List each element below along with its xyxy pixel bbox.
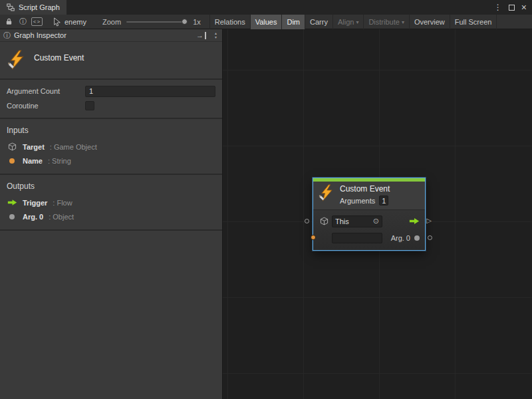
divider bbox=[0, 229, 222, 231]
zoom-label: Zoom bbox=[102, 18, 121, 26]
graph-target-label: enemy bbox=[65, 18, 86, 26]
port-name: Target bbox=[23, 143, 45, 151]
object-port-icon bbox=[7, 214, 17, 219]
event-fields: Argument Count Coroutine bbox=[0, 80, 222, 118]
port-name: Trigger bbox=[23, 199, 47, 207]
node-body: This ⊙ ▷ Arg. 0 bbox=[313, 210, 425, 250]
game-object-cube-icon bbox=[319, 217, 329, 225]
pointer-icon bbox=[53, 17, 61, 27]
inputs-title: Inputs bbox=[0, 122, 222, 140]
carry-button[interactable]: Carry bbox=[305, 15, 332, 29]
value-input-port[interactable] bbox=[305, 219, 309, 223]
scroll-down-icon[interactable]: ▼ bbox=[214, 36, 217, 39]
argument-count-row: Argument Count bbox=[0, 84, 222, 98]
inspector-header: ⓘ Graph Inspector → ▲ ▼ bbox=[0, 29, 222, 42]
fullscreen-button[interactable]: Full Screen bbox=[450, 15, 497, 29]
window-titlebar: Script Graph ⋮ × bbox=[0, 0, 532, 15]
arguments-count-field[interactable]: 1 bbox=[379, 196, 388, 205]
object-picker-icon[interactable]: ⊙ bbox=[373, 217, 379, 225]
overview-button[interactable]: Overview bbox=[409, 15, 450, 29]
node-title: Custom Event bbox=[340, 184, 390, 194]
window-menu-icon[interactable]: ⋮ bbox=[494, 3, 502, 12]
chevron-down-icon: ▾ bbox=[402, 19, 404, 25]
scroll-up-icon[interactable]: ▲ bbox=[214, 32, 217, 35]
zoom-value: 1x bbox=[193, 18, 201, 26]
graph-toolbar: ⓘ <> enemy Zoom 1x Relations Values Dim … bbox=[0, 15, 532, 29]
game-object-cube-icon bbox=[7, 142, 17, 151]
code-button[interactable]: <> bbox=[30, 15, 44, 29]
port-type: : Flow bbox=[53, 199, 72, 207]
toolbar-buttons: Relations Values Dim Carry Align ▾ Distr… bbox=[209, 15, 497, 29]
coroutine-label: Coroutine bbox=[7, 102, 85, 110]
target-dropdown-value: This bbox=[335, 217, 349, 225]
tab-script-graph[interactable]: Script Graph bbox=[0, 0, 66, 15]
code-icon: <> bbox=[31, 17, 43, 26]
arg0-label: Arg. 0 bbox=[391, 234, 410, 242]
port-row-trigger: Trigger : Flow bbox=[0, 196, 222, 209]
coroutine-checkbox[interactable] bbox=[85, 101, 94, 110]
maximize-icon[interactable] bbox=[509, 5, 515, 11]
script-graph-icon bbox=[7, 3, 15, 11]
outputs-section: Outputs Trigger : Flow Arg. 0 : Object bbox=[0, 175, 222, 229]
graph-target[interactable]: enemy bbox=[53, 17, 86, 27]
info-icon: ⓘ bbox=[19, 17, 27, 27]
argument-count-input[interactable] bbox=[85, 86, 215, 97]
custom-event-icon bbox=[318, 184, 335, 201]
relations-button[interactable]: Relations bbox=[209, 15, 250, 29]
port-row-target: Target : Game Object bbox=[0, 140, 222, 154]
zoom-slider[interactable] bbox=[126, 21, 188, 23]
custom-event-icon bbox=[7, 50, 27, 70]
port-type: : Game Object bbox=[50, 143, 97, 151]
lock-button[interactable] bbox=[2, 15, 16, 29]
flow-arrow-icon bbox=[7, 199, 17, 206]
port-row-name: Name : String bbox=[0, 154, 222, 168]
outputs-title: Outputs bbox=[0, 178, 222, 196]
event-title: Custom Event bbox=[34, 50, 84, 63]
zoom-slider-handle[interactable] bbox=[182, 19, 188, 25]
arguments-label: Arguments bbox=[340, 197, 375, 205]
align-label: Align bbox=[338, 18, 354, 26]
node-row-arg0: Arg. 0 bbox=[319, 231, 420, 245]
scroll-arrows[interactable]: ▲ ▼ bbox=[214, 32, 217, 39]
dim-button[interactable]: Dim bbox=[281, 15, 305, 29]
arg0-output-port[interactable] bbox=[428, 235, 432, 240]
distribute-label: Distribute bbox=[368, 18, 399, 26]
coroutine-row: Coroutine bbox=[0, 98, 222, 113]
info-button[interactable]: ⓘ bbox=[16, 15, 30, 29]
distribute-button[interactable]: Distribute ▾ bbox=[363, 15, 408, 29]
port-type: : Object bbox=[49, 213, 74, 221]
info-icon: ⓘ bbox=[3, 31, 11, 41]
window-controls: ⋮ × bbox=[494, 0, 532, 15]
event-header: Custom Event bbox=[0, 42, 222, 78]
align-button[interactable]: Align ▾ bbox=[332, 15, 363, 29]
node-row-target: This ⊙ ▷ bbox=[319, 214, 420, 228]
port-name: Name bbox=[23, 157, 43, 165]
zoom-control: Zoom 1x bbox=[102, 18, 201, 26]
arguments-row: Arguments 1 bbox=[340, 196, 390, 205]
dock-arrow-icon: → bbox=[196, 31, 203, 39]
custom-event-node[interactable]: Custom Event Arguments 1 This ⊙ ▷ bbox=[313, 178, 426, 251]
inputs-section: Inputs Target : Game Object Name : Strin… bbox=[0, 119, 222, 174]
arg0-output-icon bbox=[414, 235, 420, 241]
name-input-field[interactable] bbox=[332, 233, 382, 243]
node-header-text: Custom Event Arguments 1 bbox=[340, 184, 390, 205]
chevron-down-icon: ▾ bbox=[356, 19, 358, 25]
inspector-title: Graph Inspector bbox=[14, 31, 66, 39]
argument-count-label: Argument Count bbox=[7, 87, 85, 95]
tab-title: Script Graph bbox=[19, 3, 60, 11]
trigger-flow-icon bbox=[409, 217, 420, 225]
port-row-arg0: Arg. 0 : Object bbox=[0, 209, 222, 223]
dock-icon[interactable]: → bbox=[196, 32, 206, 39]
string-port-icon bbox=[7, 158, 17, 164]
flow-output-port[interactable]: ▷ bbox=[426, 217, 432, 225]
lock-icon bbox=[5, 18, 13, 25]
port-type: : String bbox=[48, 157, 71, 165]
close-icon[interactable]: × bbox=[521, 3, 527, 12]
graph-inspector-panel: ⓘ Graph Inspector → ▲ ▼ Custom Event Arg… bbox=[0, 29, 223, 399]
name-input-port[interactable] bbox=[311, 235, 316, 240]
values-button[interactable]: Values bbox=[250, 15, 282, 29]
port-name: Arg. 0 bbox=[23, 213, 43, 221]
target-dropdown[interactable]: This ⊙ bbox=[332, 215, 382, 227]
node-header[interactable]: Custom Event Arguments 1 bbox=[313, 182, 425, 210]
